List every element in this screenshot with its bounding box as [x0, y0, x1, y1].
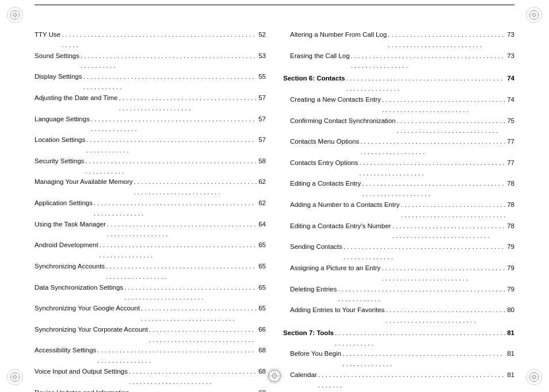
toc-item-text: Synchronizing Your Google Account [35, 303, 140, 314]
toc-dots: . . . . . . . . . . . . . . . . . . . . … [106, 262, 257, 282]
toc-item: Location Settings . . . . . . . . . . . … [35, 135, 266, 156]
toc-item-text: Deleting Entries [290, 285, 337, 295]
toc-item-text: Calendar [290, 370, 317, 381]
toc-item-text: Confirming Contact Synchronization [290, 116, 395, 126]
toc-page: 66 [258, 325, 266, 335]
toc-item: Application Settings . . . . . . . . . .… [35, 198, 266, 219]
toc-page: 68 [258, 388, 266, 392]
toc-page: 52 [258, 30, 266, 40]
toc-item-text: Erasing the Call Log [290, 51, 350, 62]
toc-page: 65 [258, 240, 266, 251]
toc-dots: . . . . . . . . . . . . . . . . . . . . … [386, 305, 506, 326]
corner-mark-br [526, 369, 542, 385]
toc-item: TTY Use . . . . . . . . . . . . . . . . … [35, 30, 266, 51]
toc-item-text: Device Updates and Information [35, 388, 129, 392]
toc-item-text: Location Settings [35, 135, 85, 145]
corner-mark-bl [7, 369, 23, 385]
toc-item-text: Editing a Contacts Entry [290, 179, 361, 189]
toc-page: 73 [507, 51, 514, 62]
toc-item: Assigning a Picture to an Entry . . . . … [283, 263, 514, 284]
toc-dots: . . . . . . . . . . . . . . . . . . . . … [62, 30, 257, 51]
toc-item: Data Synchronization Settings . . . . . … [35, 283, 266, 303]
toc-item: Synchronizing Your Google Account . . . … [35, 303, 266, 324]
toc-page: 78 [507, 221, 514, 232]
toc-item: Confirming Contact Synchronization . . .… [283, 116, 514, 137]
center-bottom-mark [266, 368, 283, 384]
toc-dots: . . . . . . . . . . . . . . . . . . . . … [396, 116, 506, 137]
toc-dots: . . . . . . . . . . . . . . . . . . . . … [130, 388, 257, 392]
toc-dots: . . . . . . . . . . . . . . . . . . . . … [392, 221, 506, 242]
toc-page: 65 [258, 303, 266, 314]
toc-item-text: Altering a Number From Call Log [290, 30, 387, 40]
toc-item-text: Application Settings [35, 198, 93, 209]
toc-item-text: Adjusting the Date and Time [35, 93, 117, 103]
toc-item: Erasing the Call Log . . . . . . . . . .… [283, 51, 514, 72]
toc-item-text: Synchronizing Your Corporate Account [35, 325, 148, 335]
left-column: TTY Use . . . . . . . . . . . . . . . . … [35, 30, 266, 360]
toc-item-text: Contacts Menu Options [290, 137, 359, 147]
toc-page: 55 [258, 72, 266, 82]
toc-dots: . . . . . . . . . . . . . . . . . . . . … [100, 240, 258, 261]
toc-item-text: Assigning a Picture to an Entry [290, 263, 380, 274]
toc-item: Editing a Contacts Entry's Number . . . … [283, 221, 514, 242]
toc-dots: . . . . . . . . . . . . . . . . . . . . … [107, 220, 257, 240]
toc-page: 77 [507, 137, 514, 147]
toc-page: 80 [507, 305, 514, 316]
toc-dots: . . . . . . . . . . . . . . . . . . . . … [83, 72, 257, 93]
toc-item: Creating a New Contacts Entry . . . . . … [283, 95, 514, 116]
toc-item-text: Android Development [35, 240, 98, 251]
toc-item: Adding Entries to Your Favorites . . . .… [283, 305, 514, 326]
toc-dots: . . . . . . . . . . . . . . . . . . . . … [134, 177, 257, 198]
toc-page: 78 [507, 200, 514, 210]
toc-dots: . . . . . . . . . . . . . . . . . . . . … [401, 200, 506, 221]
toc-dots: . . . . . . . . . . . . . . . . . . . . … [338, 285, 506, 305]
toc-dots: . . . . . . . . . . . . . . . . . . . . … [382, 95, 506, 116]
toc-item: Deleting Entries . . . . . . . . . . . .… [283, 285, 514, 305]
toc-item: Managing Your Available Memory . . . . .… [35, 177, 266, 198]
toc-item: Sending Contacts . . . . . . . . . . . .… [283, 242, 514, 263]
toc-item: Before You Begin . . . . . . . . . . . .… [283, 349, 514, 370]
toc-page: 64 [258, 220, 266, 230]
toc-page: 79 [507, 285, 514, 295]
toc-page: 81 [507, 349, 514, 359]
toc-item-text: Data Synchronization Settings [35, 283, 123, 293]
toc-item-text: Voice Input and Output Settings [35, 367, 128, 377]
toc-page: 74 [507, 95, 514, 105]
toc-dots: . . . . . . . . . . . . . . . . . . . . … [129, 367, 257, 387]
toc-dots: . . . . . . . . . . . . . . . . . . . . … [97, 345, 257, 366]
toc-item-text: Synchronizing Accounts [35, 262, 105, 272]
toc-page: 75 [507, 116, 514, 126]
toc-item: Display Settings . . . . . . . . . . . .… [35, 72, 266, 93]
toc-page: 81 [507, 370, 514, 381]
toc-item: Accessibility Settings . . . . . . . . .… [35, 345, 266, 366]
toc-page: 57 [258, 114, 266, 125]
page: TTY Use . . . . . . . . . . . . . . . . … [0, 0, 549, 392]
toc-item: Contacts Menu Options . . . . . . . . . … [283, 137, 514, 157]
toc-dots: . . . . . . . . . . . . . . . . . . . . … [85, 156, 257, 177]
toc-item: Sound Settings . . . . . . . . . . . . .… [35, 51, 266, 72]
toc-page: 62 [258, 177, 266, 187]
toc-page: 53 [258, 51, 266, 62]
toc-item-text: Language Settings [35, 114, 90, 125]
toc-page: 58 [258, 156, 266, 167]
toc-item: Voice Input and Output Settings . . . . … [35, 367, 266, 387]
toc-item-text: Sending Contacts [290, 242, 342, 252]
toc-dots: . . . . . . . . . . . . . . . . . . . . … [81, 51, 257, 72]
toc-item-text: Editing a Contacts Entry's Number [290, 221, 391, 232]
section-label: Section 7: Tools [283, 328, 334, 339]
toc-dots: . . . . . . . . . . . . . . . . . . . . … [141, 303, 257, 324]
toc-dots: . . . . . . . . . . . . . . . . . . . . … [335, 328, 506, 349]
section-page: 74 [507, 74, 514, 84]
toc-item-text: Adding Entries to Your Favorites [290, 305, 384, 316]
header-bar [35, 5, 514, 7]
toc-item: Android Development . . . . . . . . . . … [35, 240, 266, 261]
toc-item: Synchronizing Your Corporate Account . .… [35, 325, 266, 345]
toc-item: Security Settings . . . . . . . . . . . … [35, 156, 266, 177]
toc-dots: . . . . . . . . . . . . . . . . . . . . … [119, 93, 257, 114]
toc-dots: . . . . . . . . . . . . . . . . . . . . … [362, 179, 506, 199]
toc-item: Adjusting the Date and Time . . . . . . … [35, 93, 266, 114]
toc-page: 65 [258, 283, 266, 293]
toc-dots: . . . . . . . . . . . . . . . . . . . . … [94, 198, 257, 219]
toc-dots: . . . . . . . . . . . . . . . . . . . . … [318, 370, 506, 391]
toc-page: 68 [258, 367, 266, 377]
